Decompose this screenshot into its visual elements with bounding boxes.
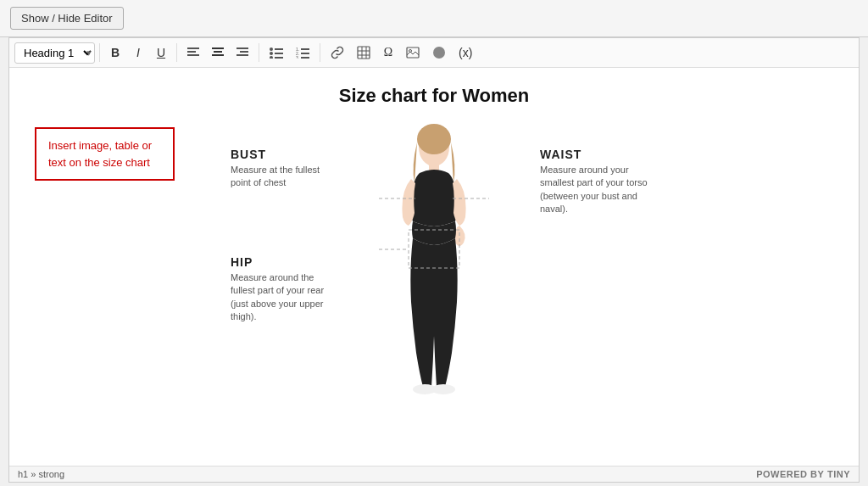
- editor-title: Size chart for Women: [35, 85, 833, 107]
- powered-by-label: POWERED BY TINY: [756, 469, 850, 479]
- figure-wrapper: BUST Measure at the fullest point of che…: [214, 124, 654, 404]
- insert-group: Ω (x): [325, 42, 478, 64]
- svg-rect-21: [358, 47, 370, 59]
- list-group: 1.2.3.: [264, 42, 315, 64]
- toolbar-divider-4: [320, 43, 320, 62]
- waist-label-group: WAIST Measure around your smallest part …: [540, 148, 650, 216]
- svg-point-30: [417, 124, 451, 154]
- align-right-button[interactable]: [231, 42, 254, 64]
- svg-point-13: [270, 56, 273, 59]
- align-group: [181, 42, 254, 64]
- svg-rect-16: [301, 48, 309, 50]
- toolbar-divider-3: [259, 43, 259, 62]
- svg-rect-12: [275, 53, 283, 54]
- bold-button[interactable]: B: [104, 42, 126, 64]
- svg-point-9: [270, 47, 273, 51]
- format-group: B I U: [104, 42, 172, 64]
- top-bar: Show / Hide Editor: [0, 0, 868, 37]
- special-char-button[interactable]: Ω: [377, 42, 399, 64]
- waist-desc: Measure around your smallest part of you…: [540, 164, 650, 216]
- svg-rect-5: [212, 54, 224, 56]
- svg-rect-1: [187, 51, 196, 53]
- variable-button[interactable]: (x): [453, 42, 478, 64]
- svg-rect-18: [301, 53, 309, 54]
- svg-rect-8: [236, 54, 248, 56]
- italic-button[interactable]: I: [127, 42, 149, 64]
- paint-button[interactable]: [426, 42, 452, 64]
- hip-label-group: HIP Measure around the fullest part of y…: [231, 255, 341, 324]
- svg-rect-20: [301, 57, 309, 59]
- svg-rect-14: [275, 57, 283, 59]
- table-button[interactable]: [351, 42, 376, 64]
- unordered-list-button[interactable]: [264, 42, 289, 64]
- svg-rect-10: [275, 48, 283, 50]
- show-hide-editor-button[interactable]: Show / Hide Editor: [10, 7, 124, 30]
- breadcrumb: h1 » strong: [18, 469, 64, 479]
- hip-desc: Measure around the fullest part of your …: [231, 271, 341, 324]
- toolbar: Heading 1 Heading 2 Heading 3 Paragraph …: [9, 38, 859, 68]
- status-bar: h1 » strong POWERED BY TINY: [9, 466, 859, 482]
- editor-container: Heading 1 Heading 2 Heading 3 Paragraph …: [8, 37, 860, 483]
- bust-desc: Measure at the fullest point of chest: [231, 164, 341, 190]
- heading-select[interactable]: Heading 1 Heading 2 Heading 3 Paragraph: [14, 42, 95, 64]
- bust-heading: BUST: [231, 148, 341, 161]
- bust-label-group: BUST Measure at the fullest point of che…: [231, 148, 341, 190]
- align-center-button[interactable]: [206, 42, 230, 64]
- toolbar-divider-1: [99, 43, 100, 62]
- svg-rect-4: [214, 51, 222, 53]
- image-button[interactable]: [400, 42, 426, 64]
- underline-button[interactable]: U: [150, 42, 172, 64]
- editor-content[interactable]: Size chart for Women Insert image, table…: [9, 68, 859, 466]
- powered-by-brand: TINY: [827, 469, 850, 479]
- toolbar-divider-2: [176, 43, 177, 62]
- svg-point-33: [431, 384, 455, 394]
- ordered-list-button[interactable]: 1.2.3.: [290, 42, 315, 64]
- woman-figure-svg: [379, 124, 489, 404]
- svg-text:3.: 3.: [296, 55, 299, 59]
- link-button[interactable]: [325, 42, 350, 64]
- svg-rect-6: [236, 47, 248, 49]
- svg-rect-2: [187, 54, 199, 56]
- svg-rect-7: [240, 51, 248, 53]
- svg-rect-3: [212, 47, 224, 49]
- waist-heading: WAIST: [540, 148, 650, 161]
- svg-rect-26: [407, 47, 419, 58]
- heading-select-wrapper[interactable]: Heading 1 Heading 2 Heading 3 Paragraph: [14, 42, 95, 64]
- svg-point-11: [270, 52, 273, 55]
- svg-point-28: [433, 47, 445, 59]
- svg-rect-0: [187, 47, 199, 49]
- hip-heading: HIP: [231, 255, 341, 269]
- size-chart-area: BUST Measure at the fullest point of che…: [35, 124, 833, 412]
- align-left-button[interactable]: [181, 42, 205, 64]
